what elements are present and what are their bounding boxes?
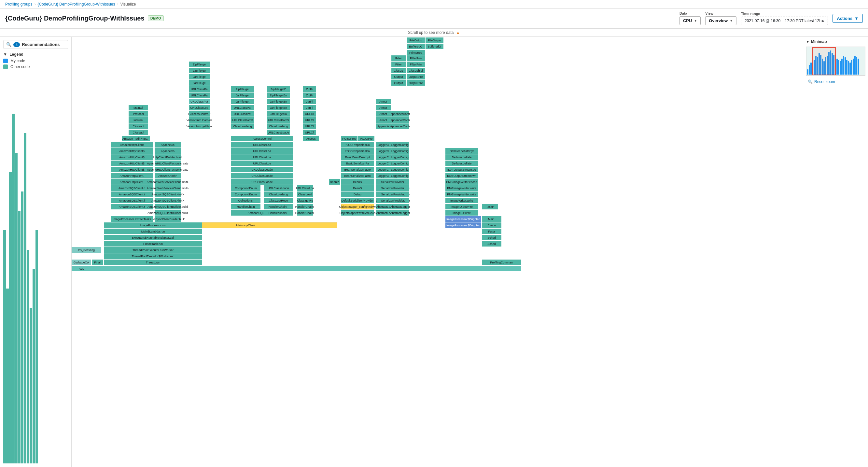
flame-beans: BeanS [341, 179, 374, 185]
svg-text:PNGImageWriter.write: PNGImageWriter.write [447, 193, 476, 196]
header-controls: Data CPU ▼ View Overview ▼ Time range 20… [680, 11, 863, 25]
svg-text:ApacheHttpClientFactory.create: ApacheHttpClientFactory.create [147, 168, 188, 171]
flame-amazonhttpclient-dot: AmazonHttpClient. [111, 173, 153, 179]
flame-zip2: ZipFile.ge [189, 68, 210, 73]
svg-text:Execu: Execu [487, 224, 496, 227]
actions-chevron-icon: ▼ [854, 16, 859, 21]
flame-amazonsqsclientinit2: AmazonSQSClient.<init> [151, 198, 184, 203]
flamegraph-container[interactable]: FileOutpu FileOutpu BufferedO BufferedO … [72, 37, 803, 467]
svg-text:AwsSyncClientBuilder.build: AwsSyncClientBuilder.build [150, 218, 186, 221]
flame-amazonsqsclienti2: AmazonSQSClient.i [111, 198, 153, 203]
svg-text:ApacheCo: ApacheCo [161, 143, 175, 147]
flame-annot3: Annot [376, 111, 391, 117]
svg-text:SerializerProvider.: SerializerProvider. [381, 199, 405, 202]
svg-text:URLCl: URLCl [305, 112, 314, 116]
svg-text:URLClassPat: URLClassPat [190, 100, 208, 103]
svg-text:LoggerC: LoggerC [378, 143, 389, 147]
flame-zipgete: ZipFile.getE [267, 86, 290, 92]
svg-text:AbstractLo: AbstractLo [376, 205, 390, 209]
flame-jar1: JarFile.ge [189, 74, 210, 80]
flame-imageprocessor-run: ImageProcessor.run [104, 222, 202, 228]
flame-jarget2: JarFile.get [231, 99, 254, 104]
time-range-dropdown[interactable]: 2021-07-16 @ 16:30 – 17:30 PDT latest 12… [741, 17, 828, 25]
breadcrumb-profiling-groups[interactable]: Profiling groups [5, 2, 32, 6]
flame-amazonsqsclientinit: AmazonSQSClient.<init> [151, 191, 184, 197]
svg-text:JarFile.get: JarFile.get [236, 94, 250, 97]
legend-item-mycode: My code [3, 59, 68, 63]
minimap-bar [844, 57, 846, 74]
svg-text:ImageProcessor$Brighten: ImageProcessor$Brighten [446, 218, 480, 221]
flame-internal: Internal [129, 117, 148, 123]
flame-urlclassloa-mid4: URLClassLoa [231, 160, 293, 166]
actions-label: Actions [837, 16, 852, 21]
svg-text:IDATOutputStream.wri: IDATOutputStream.wri [447, 174, 476, 178]
flame-imageio-dowrite: ImageIO.doWrite [445, 204, 478, 209]
svg-text:POJOPro: POJOPro [360, 137, 373, 141]
svg-text:ApacheHttpClientFactory.create: ApacheHttpClientFactory.create [147, 162, 188, 165]
svg-text:AmazonSQSClient.<init>: AmazonSQSClient.<init> [151, 193, 184, 196]
flame-url1: URLClassPa [189, 86, 210, 92]
flame-abstractlogger3: AbstractLogger [390, 204, 410, 209]
svg-text:Closeabl: Closeabl [132, 131, 144, 134]
svg-text:AbstractLogger: AbstractLogger [390, 205, 410, 209]
svg-text:FileOutpu: FileOutpu [409, 39, 422, 42]
flame-imageio-write: ImageIO.write [445, 210, 478, 216]
svg-text:Defau: Defau [353, 193, 362, 196]
svg-text:SerializerProvider.: SerializerProvider. [381, 193, 405, 196]
svg-text:LoggerConfig.: LoggerConfig. [391, 143, 410, 147]
flame-abstractlo3: AbstractLo [376, 210, 391, 216]
flame-final: Final [92, 259, 103, 265]
flame-amazonhttpclient-row: AmazonHttpClient [111, 142, 153, 148]
svg-text:BeanSerializerFacto: BeanSerializerFacto [344, 168, 371, 171]
svg-text:AmazonHttpClient$: AmazonHttpClient$ [119, 150, 145, 153]
svg-text:ThreadPoolExecutor.runWorker: ThreadPoolExecutor.runWorker [132, 248, 174, 252]
data-dropdown[interactable]: CPU ▼ [680, 16, 701, 25]
zoom-icon: 🔍 [808, 80, 813, 84]
flame-imageprocessor-extract: ImageProcessor.extractTasks [111, 216, 153, 222]
flame-amazonhttpclient-dollar4: AmazonHttpClient$ [111, 167, 153, 172]
actions-button[interactable]: Actions ▼ [833, 14, 863, 23]
flame-classloaderpath: ClassLoader.g [267, 123, 290, 129]
minimap-bar [840, 61, 841, 74]
svg-text:HandlerChainF: HandlerChainF [295, 211, 315, 215]
svg-text:URLClassPat: URLClassPat [234, 112, 252, 116]
flame-deflater2: Deflater.deflate [445, 160, 478, 166]
minimap-bar [853, 59, 854, 74]
data-chevron-icon: ▼ [694, 19, 697, 23]
svg-text:URLClassPat: URLClassPat [234, 106, 252, 110]
flame-row-output: Output OutputStre [391, 74, 425, 80]
legend-title[interactable]: ▼ Legend [3, 52, 68, 57]
recommendations-panel[interactable]: 🔍 4 Recommendations [3, 40, 68, 49]
flame-imagewriter-write: ImageWriter.write [445, 198, 478, 203]
view-chevron-icon: ▼ [730, 19, 733, 23]
svg-text:URLClassPath$: URLClassPath$ [232, 119, 253, 122]
flame-versioninfo: VersionInfo.loadVer [187, 117, 212, 123]
legend-item-othercode: Other code [3, 64, 68, 69]
svg-text:ZipFile.getE: ZipFile.getE [271, 88, 286, 91]
reset-zoom-button[interactable]: 🔍 Reset zoom [806, 79, 865, 85]
flame-defaultserializerprovider: DefaultSerializerProvider [341, 198, 374, 203]
flame-zip1: ZipFile.ge [189, 62, 210, 67]
svg-text:ALL: ALL [79, 267, 84, 270]
svg-text:CloseS: CloseS [394, 69, 403, 72]
svg-text:Main$Lambda.run: Main$Lambda.run [141, 230, 165, 233]
view-label: View [705, 11, 713, 15]
flame-loggerc6: LoggerC [376, 173, 391, 179]
svg-text:SerializerProvider.: SerializerProvider. [381, 187, 405, 190]
reset-zoom-label: Reset zoom [814, 80, 835, 84]
flame-urlclassloa-mid2: URLClassLoa [231, 148, 293, 154]
flame-classload-rr: ClassLoad [297, 191, 313, 197]
svg-text:URLClassLoade: URLClassLoade [251, 180, 273, 184]
flame-loggerc5: LoggerC [376, 167, 391, 172]
flame-protocol: Protocol [129, 111, 148, 117]
svg-text:PNGImageWriter.encod: PNGImageWriter.encod [446, 180, 477, 184]
svg-text:ImageIO.write: ImageIO.write [453, 211, 471, 215]
svg-text:URLClassLoa: URLClassLoa [296, 187, 314, 190]
flame-zipfi: ZipFi [303, 86, 316, 92]
svg-text:LoggerC: LoggerC [378, 156, 389, 159]
svg-text:JarFile.ge: JarFile.ge [193, 75, 206, 79]
view-dropdown[interactable]: Overview ▼ [705, 16, 737, 25]
flame-httpclientbuild: HttpClientBuilder.build [153, 154, 182, 160]
svg-text:Access: Access [306, 137, 316, 141]
breadcrumb-demo-group[interactable]: {CodeGuru} DemoProfilingGroup-WithIssues [37, 2, 115, 6]
